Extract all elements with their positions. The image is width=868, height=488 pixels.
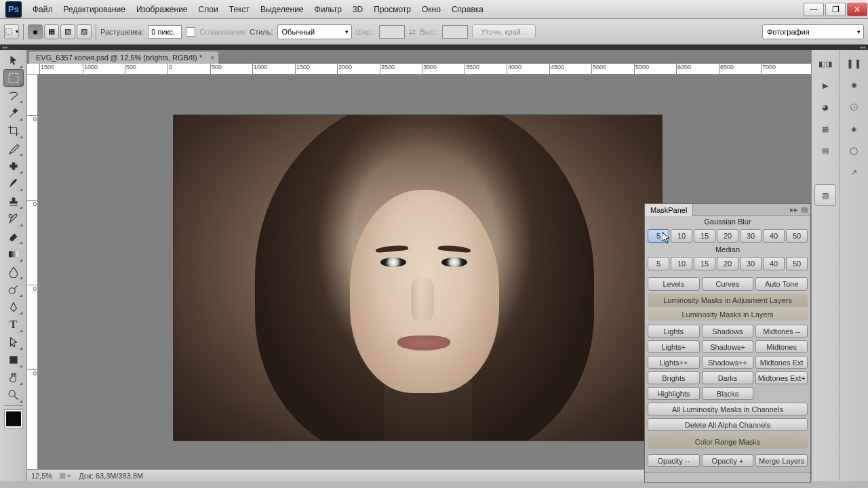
gblur-20[interactable]: 20: [717, 229, 738, 243]
circle-icon[interactable]: ◯: [844, 142, 863, 159]
extra-panel-icon[interactable]: ▧: [814, 184, 836, 206]
median-15[interactable]: 15: [694, 257, 715, 270]
text-tool-icon[interactable]: T: [3, 316, 24, 333]
path-select-icon[interactable]: [3, 333, 24, 351]
play-icon[interactable]: ▶: [816, 77, 835, 94]
menu-edit[interactable]: Редактирование: [58, 0, 131, 18]
refine-edge-button[interactable]: Уточн. край...: [472, 24, 536, 39]
panel-menu-icon[interactable]: ▤: [801, 205, 808, 214]
maximize-button[interactable]: ❐: [825, 3, 846, 16]
shape-tool-icon[interactable]: [3, 351, 24, 369]
all-lum-channels-button[interactable]: All Luminosity Masks in Channels: [648, 403, 808, 415]
lasso-tool-icon[interactable]: [3, 87, 24, 104]
history-brush-icon[interactable]: [3, 210, 24, 228]
brush-tool-icon[interactable]: [3, 175, 24, 192]
adjustments-icon[interactable]: ◧◨: [816, 56, 835, 72]
stamp-tool-icon[interactable]: [3, 192, 24, 210]
gblur-50[interactable]: 50: [786, 229, 808, 243]
grid-icon[interactable]: ▦: [816, 121, 835, 137]
feather-input[interactable]: [148, 25, 182, 39]
median-30[interactable]: 30: [740, 257, 762, 270]
subtract-selection-icon[interactable]: ▧: [60, 24, 75, 39]
midtones-minus-button[interactable]: Midtones --: [755, 325, 808, 338]
close-button[interactable]: ✕: [847, 3, 867, 16]
gradient-tool-icon[interactable]: [3, 245, 24, 263]
menu-help[interactable]: Справка: [446, 0, 489, 18]
gblur-30[interactable]: 30: [740, 229, 762, 243]
swatches-icon[interactable]: ◕: [816, 99, 835, 115]
workspace-select[interactable]: Фотография: [762, 24, 864, 39]
gear-icon[interactable]: ✺: [844, 77, 863, 94]
panel-collapse-icon[interactable]: ▸▸: [790, 205, 798, 214]
add-selection-icon[interactable]: ▦: [44, 24, 59, 39]
eraser-tool-icon[interactable]: [3, 228, 24, 245]
midtones-button[interactable]: Midtones: [755, 340, 808, 353]
gblur-10[interactable]: 10: [671, 229, 692, 243]
tool-preset[interactable]: [4, 24, 19, 39]
foreground-color[interactable]: [5, 410, 22, 428]
median-10[interactable]: 10: [671, 257, 692, 270]
lights-plus-button[interactable]: Lights+: [648, 340, 700, 353]
stack-icon[interactable]: ◈: [844, 121, 863, 137]
opacity-plus-button[interactable]: Opacity +: [702, 454, 754, 467]
expand-right-icon[interactable]: ◂◂: [860, 45, 865, 50]
minimize-button[interactable]: —: [804, 3, 824, 16]
path-icon[interactable]: ↗: [844, 164, 863, 180]
eyedropper-tool-icon[interactable]: [3, 140, 24, 157]
document-tab[interactable]: EVG_6357 копия.psd @ 12,5% (brights, RGB…: [29, 52, 218, 64]
menu-view[interactable]: Просмотр: [368, 0, 416, 18]
median-40[interactable]: 40: [763, 257, 785, 270]
curves-button[interactable]: Curves: [702, 277, 754, 291]
blur-tool-icon[interactable]: [3, 263, 24, 281]
menu-image[interactable]: Изображение: [131, 0, 193, 18]
lights-button[interactable]: Lights: [648, 325, 700, 338]
autotone-button[interactable]: Auto Tone: [755, 277, 808, 291]
menu-3d[interactable]: 3D: [347, 0, 368, 18]
swap-icon[interactable]: ⇄: [409, 27, 416, 37]
median-50[interactable]: 50: [786, 257, 808, 270]
midtones-ext-button[interactable]: Midtones Ext: [755, 356, 808, 369]
gblur-5[interactable]: 5: [648, 229, 669, 243]
shadows-button[interactable]: Shadows: [702, 325, 754, 338]
opacity-minus-button[interactable]: Opacity --: [648, 454, 700, 467]
menu-select[interactable]: Выделение: [255, 0, 309, 18]
layers-icon[interactable]: ▤: [816, 142, 835, 159]
crop-tool-icon[interactable]: [3, 122, 24, 140]
delete-alpha-button[interactable]: Delete All Alpha Channels: [648, 418, 808, 431]
shadows-plus-button[interactable]: Shadows+: [702, 340, 754, 353]
brights-button[interactable]: Brights: [648, 371, 700, 384]
maskpanel-tab[interactable]: MaskPanel: [645, 204, 693, 216]
move-tool-icon[interactable]: [3, 52, 24, 69]
menu-text[interactable]: Текст: [224, 0, 255, 18]
heal-tool-icon[interactable]: [3, 157, 24, 175]
shadows-pp-button[interactable]: Shadows++: [702, 356, 754, 369]
midtones-extp-button[interactable]: Midtones Ext+: [755, 371, 808, 384]
info-icon[interactable]: ⓘ: [844, 99, 863, 115]
median-5[interactable]: 5: [648, 257, 669, 270]
wand-tool-icon[interactable]: [3, 104, 24, 122]
merge-layers-button[interactable]: Merge Layers: [755, 454, 808, 467]
close-tab-icon[interactable]: ×: [210, 54, 214, 62]
hand-tool-icon[interactable]: [3, 369, 24, 386]
dodge-tool-icon[interactable]: [3, 281, 24, 298]
menu-file[interactable]: Файл: [27, 0, 58, 18]
new-selection-icon[interactable]: ■: [28, 24, 43, 39]
levels-button[interactable]: Levels: [648, 277, 700, 291]
lights-pp-button[interactable]: Lights++: [648, 356, 700, 369]
median-20[interactable]: 20: [717, 257, 738, 270]
menu-layers[interactable]: Слои: [193, 0, 224, 18]
gblur-40[interactable]: 40: [763, 229, 785, 243]
expand-left-icon[interactable]: ▸▸: [3, 45, 8, 50]
blacks-button[interactable]: Blacks: [702, 387, 754, 400]
darks-button[interactable]: Darks: [702, 371, 754, 384]
histogram-icon[interactable]: ▌▐: [844, 56, 863, 72]
style-select[interactable]: Обычный: [277, 24, 352, 39]
antialias-checkbox[interactable]: [186, 27, 195, 37]
marquee-tool-icon[interactable]: [3, 69, 24, 87]
menu-filter[interactable]: Фильтр: [309, 0, 347, 18]
pen-tool-icon[interactable]: [3, 298, 24, 316]
menu-window[interactable]: Окно: [416, 0, 446, 18]
gblur-15[interactable]: 15: [694, 229, 715, 243]
zoom-value[interactable]: 12,5%: [31, 472, 52, 480]
zoom-tool-icon[interactable]: [3, 386, 24, 404]
